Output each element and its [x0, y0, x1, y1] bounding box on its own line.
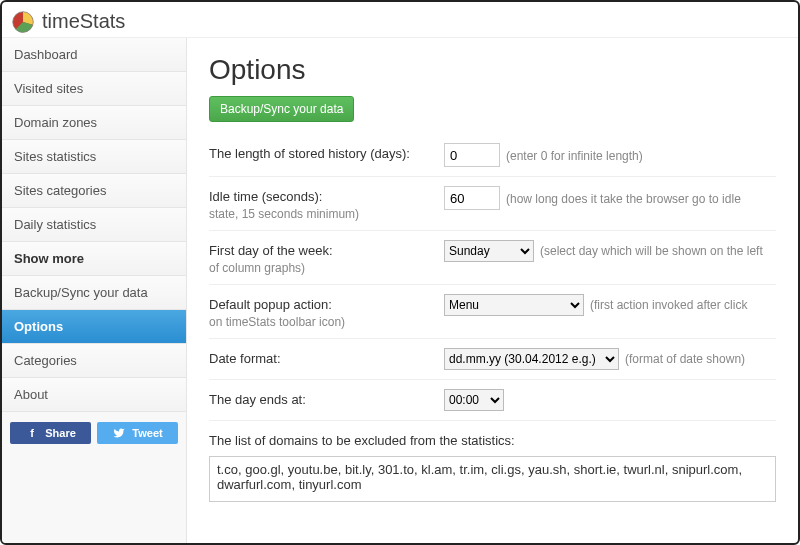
history-length-input[interactable]: [444, 143, 500, 167]
option-popup-action: Default popup action: on timeStats toolb…: [209, 285, 776, 339]
share-twitter-button[interactable]: Tweet: [97, 422, 178, 444]
share-facebook-button[interactable]: f Share: [10, 422, 91, 444]
popup-action-select[interactable]: Menu: [444, 294, 584, 316]
firstday-label: First day of the week:: [209, 243, 444, 258]
page-title: Options: [209, 54, 776, 86]
share-label: Share: [45, 427, 76, 439]
option-history-length: The length of stored history (days): (en…: [209, 134, 776, 177]
firstday-hint-pre: (select day which will be shown on the l…: [540, 244, 763, 258]
sidebar-item-daily-statistics[interactable]: Daily statistics: [2, 208, 186, 242]
sidebar-item-categories[interactable]: Categories: [2, 344, 186, 378]
sidebar-item-visited-sites[interactable]: Visited sites: [2, 72, 186, 106]
first-day-select[interactable]: Sunday: [444, 240, 534, 262]
excluded-domains-label: The list of domains to be excluded from …: [209, 421, 776, 456]
day-end-select[interactable]: 00:00: [444, 389, 504, 411]
idle-label: Idle time (seconds):: [209, 189, 444, 204]
app-logo-icon: [12, 11, 34, 33]
main-content: Options Backup/Sync your data The length…: [187, 38, 798, 543]
idle-hint-post: state, 15 seconds minimum): [209, 207, 444, 221]
social-buttons: f Share Tweet: [2, 412, 186, 454]
facebook-icon: f: [25, 426, 39, 440]
tweet-label: Tweet: [132, 427, 162, 439]
app-window: timeStats Dashboard Visited sites Domain…: [0, 0, 800, 545]
idle-hint-pre: (how long does it take the browser go to…: [506, 192, 741, 206]
sidebar-item-sites-categories[interactable]: Sites categories: [2, 174, 186, 208]
option-idle-time: Idle time (seconds): state, 15 seconds m…: [209, 177, 776, 231]
sidebar-item-show-more[interactable]: Show more: [2, 242, 186, 276]
option-first-day: First day of the week: of column graphs)…: [209, 231, 776, 285]
twitter-icon: [112, 426, 126, 440]
app-title: timeStats: [42, 10, 125, 33]
popup-hint-post: on timeStats toolbar icon): [209, 315, 444, 329]
history-label: The length of stored history (days):: [209, 143, 444, 161]
header: timeStats: [2, 2, 798, 38]
popup-label: Default popup action:: [209, 297, 444, 312]
dayend-label: The day ends at:: [209, 389, 444, 407]
firstday-hint-post: of column graphs): [209, 261, 444, 275]
option-day-ends: The day ends at: 00:00: [209, 380, 776, 421]
idle-time-input[interactable]: [444, 186, 500, 210]
date-format-select[interactable]: dd.mm.yy (30.04.2012 e.g.): [444, 348, 619, 370]
option-date-format: Date format: dd.mm.yy (30.04.2012 e.g.) …: [209, 339, 776, 380]
sidebar-item-domain-zones[interactable]: Domain zones: [2, 106, 186, 140]
popup-hint-pre: (first action invoked after click: [590, 298, 747, 312]
dateformat-hint: (format of date shown): [625, 352, 745, 366]
sidebar: Dashboard Visited sites Domain zones Sit…: [2, 38, 187, 543]
dateformat-label: Date format:: [209, 348, 444, 366]
sidebar-item-sites-statistics[interactable]: Sites statistics: [2, 140, 186, 174]
history-hint: (enter 0 for infinite length): [506, 149, 643, 163]
backup-sync-button[interactable]: Backup/Sync your data: [209, 96, 354, 122]
excluded-domains-textarea[interactable]: [209, 456, 776, 502]
sidebar-item-about[interactable]: About: [2, 378, 186, 412]
sidebar-item-options[interactable]: Options: [2, 310, 186, 344]
sidebar-item-dashboard[interactable]: Dashboard: [2, 38, 186, 72]
sidebar-item-backup-sync[interactable]: Backup/Sync your data: [2, 276, 186, 310]
